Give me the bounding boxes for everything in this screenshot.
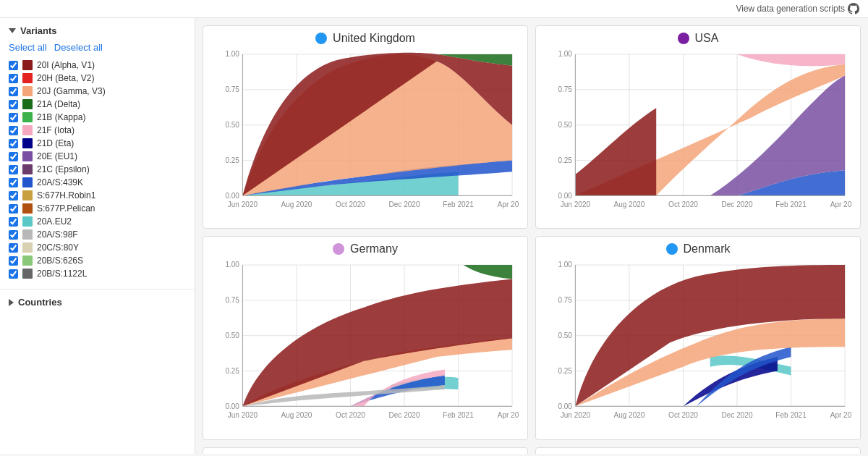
chart-card-germany: Germany0.000.250.500.751.00Jun 2020Aug 2…: [203, 236, 528, 439]
chart-title-germany: Germany: [212, 242, 519, 256]
variant-label: 20B/S:1122L: [37, 269, 87, 279]
variant-label: 21F (Iota): [37, 125, 75, 135]
svg-text:1.00: 1.00: [225, 261, 239, 269]
svg-text:Dec 2020: Dec 2020: [722, 411, 753, 419]
variant-item: 20C/S:80Y: [9, 242, 186, 253]
variant-label: S:677H.Robin1: [37, 190, 95, 200]
svg-text:1.00: 1.00: [225, 50, 239, 58]
variant-checkbox[interactable]: [9, 191, 18, 200]
chart-card-france: France0.000.250.500.751.00Jun 2020Aug 20…: [535, 447, 861, 454]
svg-text:Oct 2020: Oct 2020: [668, 200, 698, 208]
triangle-right-icon: [9, 299, 14, 306]
country-name: United Kingdom: [333, 32, 415, 45]
svg-text:Feb 2021: Feb 2021: [443, 200, 474, 208]
variant-checkbox[interactable]: [9, 139, 18, 148]
svg-text:0.75: 0.75: [558, 297, 572, 305]
chart-card-sweden: Sweden0.000.250.500.751.00Jun 2020Aug 20…: [203, 447, 528, 454]
svg-text:Apr 2021: Apr 2021: [830, 411, 851, 419]
svg-text:Jun 2020: Jun 2020: [561, 200, 591, 208]
variant-checkbox[interactable]: [9, 230, 18, 240]
chart-svg-container-usa: 0.000.250.500.751.00Jun 2020Aug 2020Oct …: [545, 49, 851, 221]
chart-card-uk: United Kingdom0.000.250.500.751.00Jun 20…: [203, 25, 528, 229]
svg-text:Aug 2020: Aug 2020: [613, 411, 644, 419]
select-all-link[interactable]: Select all: [9, 42, 47, 53]
chart-title-denmark: Denmark: [545, 242, 851, 256]
country-dot: [666, 243, 678, 255]
svg-text:Oct 2020: Oct 2020: [336, 411, 365, 419]
variant-checkbox[interactable]: [9, 113, 18, 122]
variant-checkbox[interactable]: [9, 61, 18, 70]
svg-text:0.50: 0.50: [558, 121, 572, 129]
variant-checkbox[interactable]: [9, 217, 18, 227]
variant-checkbox[interactable]: [9, 243, 18, 253]
variant-label: 20I (Alpha, V1): [37, 60, 95, 70]
variant-checkbox[interactable]: [9, 74, 18, 83]
variant-item: 20A.EU2: [9, 216, 186, 227]
variant-color-swatch: [22, 138, 33, 148]
country-dot: [333, 243, 344, 255]
variant-label: 20H (Beta, V2): [37, 73, 94, 83]
deselect-all-link[interactable]: Deselect all: [54, 42, 103, 53]
variant-item: 20B/S:1122L: [9, 269, 186, 279]
variant-item: 20H (Beta, V2): [9, 73, 186, 83]
main-layout: Variants Select all Deselect all 20I (Al…: [0, 18, 868, 454]
variant-checkbox[interactable]: [9, 87, 18, 96]
country-dot: [678, 33, 689, 44]
chart-card-denmark: Denmark0.000.250.500.751.00Jun 2020Aug 2…: [535, 236, 861, 439]
variant-checkbox[interactable]: [9, 126, 18, 135]
svg-text:Dec 2020: Dec 2020: [722, 200, 753, 208]
variant-item: S:677H.Robin1: [9, 190, 186, 200]
data-generation-link[interactable]: View data generation scripts: [736, 3, 859, 14]
variant-label: 20A/S:439K: [37, 177, 83, 187]
variant-label: 21B (Kappa): [37, 112, 85, 122]
svg-text:Apr 2021: Apr 2021: [498, 411, 519, 419]
svg-text:0.50: 0.50: [225, 121, 239, 129]
variant-checkbox[interactable]: [9, 204, 18, 214]
variant-checkbox[interactable]: [9, 256, 18, 266]
country-dot: [315, 33, 327, 44]
variant-color-swatch: [22, 73, 33, 83]
sidebar: Variants Select all Deselect all 20I (Al…: [0, 18, 195, 454]
svg-text:1.00: 1.00: [558, 261, 572, 269]
variant-label: 20C/S:80Y: [37, 242, 79, 253]
svg-text:0.75: 0.75: [225, 297, 239, 305]
variant-label: 20B/S:626S: [37, 256, 83, 266]
svg-text:0.75: 0.75: [225, 85, 239, 93]
github-icon: [848, 3, 859, 14]
svg-text:0.25: 0.25: [558, 156, 572, 164]
variant-item: 20I (Alpha, V1): [9, 60, 186, 70]
svg-text:1.00: 1.00: [558, 50, 572, 58]
svg-text:Dec 2020: Dec 2020: [389, 200, 420, 208]
variants-header: Variants: [9, 25, 186, 36]
variant-color-swatch: [22, 216, 33, 227]
variant-color-swatch: [22, 125, 33, 135]
variant-checkbox[interactable]: [9, 178, 18, 187]
variant-checkbox[interactable]: [9, 165, 18, 174]
variants-title: Variants: [20, 25, 57, 36]
variant-checkbox[interactable]: [9, 100, 18, 109]
chart-title-usa: USA: [545, 32, 851, 45]
variant-color-swatch: [22, 99, 33, 109]
variant-checkbox[interactable]: [9, 269, 18, 279]
variant-item: 20E (EU1): [9, 151, 186, 161]
country-name: Denmark: [684, 242, 731, 256]
svg-text:0.25: 0.25: [225, 156, 239, 164]
country-name: USA: [695, 32, 719, 45]
countries-header[interactable]: Countries: [9, 297, 186, 308]
svg-text:0.50: 0.50: [225, 332, 239, 339]
svg-text:0.00: 0.00: [225, 192, 239, 200]
countries-title: Countries: [18, 297, 62, 308]
content-area: United Kingdom0.000.250.500.751.00Jun 20…: [195, 18, 868, 454]
svg-text:0.25: 0.25: [558, 367, 572, 375]
svg-text:Dec 2020: Dec 2020: [389, 411, 420, 419]
variant-label: 21D (Eta): [37, 138, 74, 148]
variant-checkbox[interactable]: [9, 152, 18, 161]
svg-text:Aug 2020: Aug 2020: [613, 200, 644, 208]
link-text: View data generation scripts: [736, 4, 845, 14]
variant-label: 20A/S:98F: [37, 229, 78, 240]
svg-text:Jun 2020: Jun 2020: [228, 411, 258, 419]
country-name: Germany: [350, 242, 398, 256]
chart-title-uk: United Kingdom: [212, 32, 519, 45]
variant-label: S:677P.Pelican: [37, 203, 95, 214]
variant-label: 20J (Gamma, V3): [37, 86, 106, 96]
